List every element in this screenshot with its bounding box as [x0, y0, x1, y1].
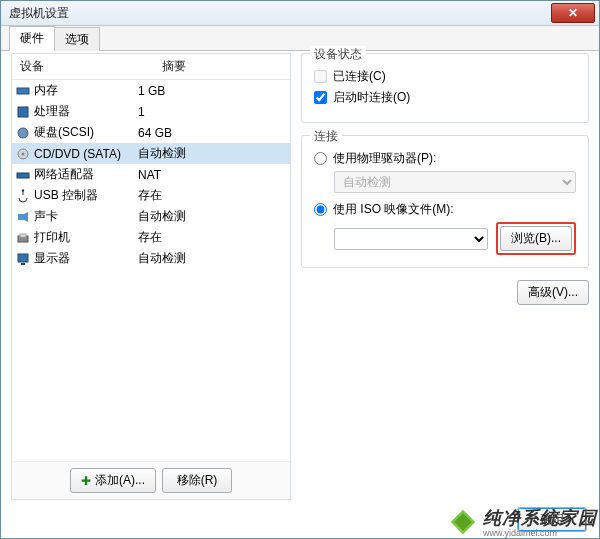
- add-device-button[interactable]: ✚ 添加(A)...: [70, 468, 156, 493]
- connected-checkbox-row[interactable]: 已连接(C): [314, 68, 576, 85]
- watermark-logo-icon: [449, 508, 477, 536]
- device-name: USB 控制器: [34, 187, 138, 204]
- device-row[interactable]: 硬盘(SCSI)64 GB: [12, 122, 290, 143]
- device-row[interactable]: 处理器1: [12, 101, 290, 122]
- device-icon: [12, 189, 34, 203]
- svg-marker-13: [454, 513, 472, 531]
- device-summary: 1 GB: [138, 84, 290, 98]
- device-row[interactable]: USB 控制器存在: [12, 185, 290, 206]
- use-iso-radio[interactable]: [314, 203, 327, 216]
- device-name: CD/DVD (SATA): [34, 147, 138, 161]
- device-icon: [12, 147, 34, 161]
- device-icon: [12, 252, 34, 266]
- device-summary: 自动检测: [138, 208, 290, 225]
- advanced-button[interactable]: 高级(V)...: [517, 280, 589, 305]
- iso-path-select[interactable]: [334, 228, 488, 250]
- device-summary: 64 GB: [138, 126, 290, 140]
- device-panel: 设备 摘要 内存1 GB处理器1硬盘(SCSI)64 GBCD/DVD (SAT…: [11, 53, 291, 500]
- device-summary: 自动检测: [138, 250, 290, 267]
- plus-icon: ✚: [81, 474, 91, 488]
- advanced-row: 高级(V)...: [301, 280, 589, 305]
- tab-hardware[interactable]: 硬件: [9, 26, 55, 51]
- svg-point-6: [22, 189, 24, 191]
- device-row[interactable]: 内存1 GB: [12, 80, 290, 101]
- header-device: 设备: [12, 54, 154, 79]
- device-row[interactable]: 打印机存在: [12, 227, 290, 248]
- device-name: 处理器: [34, 103, 138, 120]
- use-iso-label: 使用 ISO 映像文件(M):: [333, 201, 454, 218]
- connected-label: 已连接(C): [333, 68, 386, 85]
- svg-rect-7: [18, 214, 24, 220]
- header-summary: 摘要: [154, 54, 290, 79]
- device-buttons: ✚ 添加(A)... 移除(R): [12, 461, 290, 499]
- dialog-footer: 确定: [517, 507, 587, 532]
- use-physical-radio[interactable]: [314, 152, 327, 165]
- device-icon: [12, 126, 34, 140]
- iso-row: 浏览(B)...: [334, 222, 576, 255]
- device-name: 内存: [34, 82, 138, 99]
- poweron-checkbox-row[interactable]: 启动时连接(O): [314, 89, 576, 106]
- svg-rect-0: [17, 88, 29, 94]
- close-icon: ✕: [568, 7, 578, 19]
- device-name: 声卡: [34, 208, 138, 225]
- add-label: 添加(A)...: [95, 472, 145, 489]
- tab-strip: 硬件 选项: [1, 26, 599, 51]
- device-name: 硬盘(SCSI): [34, 124, 138, 141]
- browse-button[interactable]: 浏览(B)...: [500, 226, 572, 251]
- connection-group: 连接 使用物理驱动器(P): 自动检测 使用 ISO 映像文件(M):: [301, 135, 589, 268]
- use-physical-radio-row[interactable]: 使用物理驱动器(P):: [314, 150, 576, 167]
- device-row[interactable]: 网络适配器NAT: [12, 164, 290, 185]
- device-list-body: 内存1 GB处理器1硬盘(SCSI)64 GBCD/DVD (SATA)自动检测…: [12, 80, 290, 269]
- browse-highlight: 浏览(B)...: [496, 222, 576, 255]
- svg-rect-5: [17, 173, 29, 178]
- content-area: 设备 摘要 内存1 GB处理器1硬盘(SCSI)64 GBCD/DVD (SAT…: [11, 53, 589, 500]
- connected-checkbox: [314, 70, 327, 83]
- device-summary: 存在: [138, 187, 290, 204]
- physical-drive-select: 自动检测: [334, 171, 576, 193]
- svg-rect-10: [18, 254, 28, 262]
- device-icon: [12, 231, 34, 245]
- poweron-label: 启动时连接(O): [333, 89, 410, 106]
- device-icon: [12, 168, 34, 182]
- svg-point-4: [22, 152, 25, 155]
- svg-rect-11: [21, 263, 25, 265]
- window-title: 虚拟机设置: [5, 5, 69, 22]
- titlebar: 虚拟机设置 ✕: [1, 1, 599, 26]
- device-summary: NAT: [138, 168, 290, 182]
- svg-rect-9: [20, 234, 26, 237]
- device-row[interactable]: 显示器自动检测: [12, 248, 290, 269]
- device-name: 打印机: [34, 229, 138, 246]
- ok-button[interactable]: 确定: [517, 507, 587, 532]
- device-icon: [12, 210, 34, 224]
- device-icon: [12, 105, 34, 119]
- poweron-checkbox[interactable]: [314, 91, 327, 104]
- device-name: 显示器: [34, 250, 138, 267]
- physical-drive-row: 自动检测: [334, 171, 576, 193]
- svg-point-2: [18, 128, 28, 138]
- device-icon: [12, 84, 34, 98]
- device-summary: 存在: [138, 229, 290, 246]
- device-row[interactable]: 声卡自动检测: [12, 206, 290, 227]
- use-iso-radio-row[interactable]: 使用 ISO 映像文件(M):: [314, 201, 576, 218]
- device-summary: 1: [138, 105, 290, 119]
- vm-settings-window: 虚拟机设置 ✕ 硬件 选项 设备 摘要 内存1 GB处理器1硬盘(SCSI)64…: [0, 0, 600, 539]
- svg-marker-12: [451, 510, 476, 535]
- device-name: 网络适配器: [34, 166, 138, 183]
- device-list-header: 设备 摘要: [12, 54, 290, 80]
- device-summary: 自动检测: [138, 145, 290, 162]
- device-list: 设备 摘要 内存1 GB处理器1硬盘(SCSI)64 GBCD/DVD (SAT…: [12, 54, 290, 461]
- close-button[interactable]: ✕: [551, 3, 595, 23]
- svg-rect-1: [18, 107, 28, 117]
- remove-device-button[interactable]: 移除(R): [162, 468, 232, 493]
- use-physical-label: 使用物理驱动器(P):: [333, 150, 436, 167]
- device-row[interactable]: CD/DVD (SATA)自动检测: [12, 143, 290, 164]
- settings-panel: 设备状态 已连接(C) 启动时连接(O) 连接 使用物理驱动器(P):: [301, 53, 589, 500]
- device-status-title: 设备状态: [310, 46, 366, 63]
- tab-options[interactable]: 选项: [54, 27, 100, 51]
- device-status-group: 设备状态 已连接(C) 启动时连接(O): [301, 53, 589, 123]
- connection-title: 连接: [310, 128, 342, 145]
